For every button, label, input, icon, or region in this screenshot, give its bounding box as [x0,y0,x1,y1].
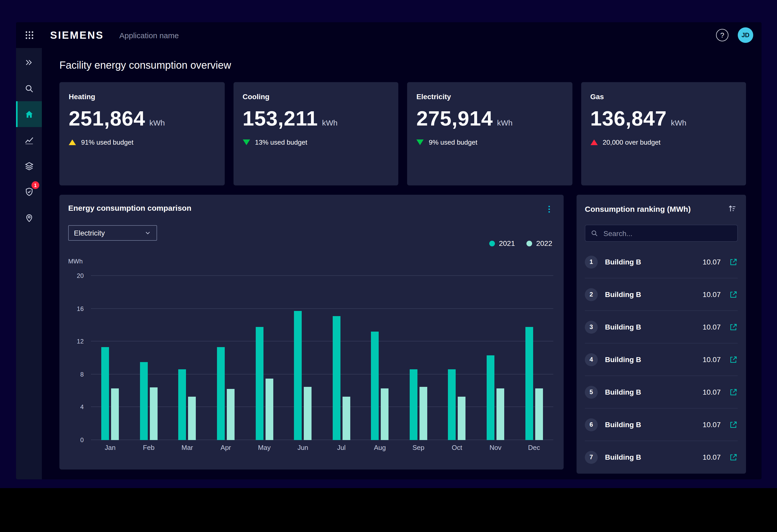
rank-badge: 2 [585,288,598,301]
main-content: Facility energy consumption overview Hea… [42,48,762,479]
rank-badge: 5 [585,386,598,398]
consumption-value: 10.07 [702,388,721,396]
app-launcher-button[interactable] [16,22,43,48]
ranking-row[interactable]: 6Building B10.07 [585,409,738,441]
ranking-row[interactable]: 2Building B10.07 [585,278,738,311]
home-icon [24,109,34,119]
chart-groups: JanFebMarAprMayJunJulAugSepOctNovDec [91,276,553,440]
screen: SIEMENS Application name ? JD [0,0,777,532]
legend-dot-icon [489,240,495,246]
bar-2022-Jun[interactable] [304,387,312,440]
double-chevron-right-icon [24,58,33,67]
kpi-card-gas: Gas 136,847kWh 20,000 over budget [581,82,746,185]
sidebar-item-layers[interactable] [16,153,42,179]
bar-2021-Dec[interactable] [525,327,533,440]
ranking-search-input[interactable] [602,229,732,238]
kpi-note: 91% used budget [81,138,133,146]
topbar-actions: ? JD [716,27,753,43]
bar-2022-Nov[interactable] [496,388,504,440]
bar-2021-Aug[interactable] [371,331,379,440]
consumption-value: 10.07 [702,258,721,266]
sort-button[interactable] [727,203,738,214]
ranking-row[interactable]: 1Building B10.07 [585,246,738,278]
x-tick-label: Jan [91,444,129,451]
ranking-card: Consumption ranking (MWh) 1Building B10.… [576,195,746,474]
bar-2022-May[interactable] [265,379,273,440]
bar-2022-Dec[interactable] [535,388,543,440]
metric-select[interactable]: Electricity [68,225,157,241]
consumption-value: 10.07 [702,355,721,364]
legend-item-2022[interactable]: 2022 [527,239,552,247]
kpi-value: 136,847 [590,107,667,130]
kpi-unit: kWh [322,118,338,127]
ranking-row[interactable]: 7Building B10.07 [585,441,738,473]
building-name: Building B [605,290,641,298]
user-avatar[interactable]: JD [738,27,753,43]
y-tick-label: 4 [80,404,84,411]
bar-2021-May[interactable] [255,327,263,440]
bar-2021-Mar[interactable] [179,370,186,440]
bar-2021-Feb[interactable] [140,362,148,440]
bar-2022-Sep[interactable] [420,387,427,440]
legend-item-2021[interactable]: 2021 [489,239,515,247]
bar-2021-Sep[interactable] [410,370,418,440]
x-tick-label: Apr [206,444,245,451]
bar-2022-Aug[interactable] [381,388,389,440]
ranking-title: Consumption ranking (MWh) [585,204,691,213]
bar-2022-Jan[interactable] [111,388,119,440]
open-building-link[interactable] [729,257,738,266]
open-building-link[interactable] [729,322,738,331]
x-tick-label: Aug [361,444,399,451]
bar-2022-Oct[interactable] [458,396,466,440]
open-building-link[interactable] [729,420,738,429]
chart-header: Energy consumption comparison [68,204,555,215]
kpi-label: Electricity [416,93,563,101]
open-building-link[interactable] [729,355,738,364]
bar-group-May: May [245,276,284,440]
sidebar-expand-button[interactable] [16,49,42,76]
y-tick-label: 12 [77,338,84,345]
map-pin-icon [24,213,34,222]
bar-2022-Mar[interactable] [188,396,196,440]
bar-2021-Jun[interactable] [294,311,302,440]
bar-group-Oct: Oct [438,276,476,440]
rank-badge: 4 [585,353,598,366]
kpi-note: 20,000 over budget [602,138,661,146]
line-chart-icon [24,135,34,145]
sidebar-item-locations[interactable] [16,205,42,230]
ranking-row[interactable]: 4Building B10.07 [585,344,738,376]
sidebar-item-search[interactable] [16,76,42,101]
notification-badge: 1 [31,181,39,189]
bar-2021-Apr[interactable] [217,347,225,440]
bar-2021-Nov[interactable] [487,355,494,440]
trend-triangle-icon [69,139,76,145]
bar-2022-Jul[interactable] [342,396,350,440]
bar-group-Sep: Sep [399,276,438,440]
ranking-row[interactable]: 3Building B10.07 [585,311,738,344]
bar-2021-Oct[interactable] [448,370,456,440]
sidebar-item-analytics[interactable] [16,127,42,153]
bar-2022-Apr[interactable] [227,389,235,440]
open-building-link[interactable] [729,290,738,299]
kpi-unit: kWh [497,118,513,127]
bar-2021-Jul[interactable] [333,316,340,440]
help-button[interactable]: ? [716,29,729,41]
x-tick-label: Jul [322,444,361,451]
sidebar-item-home[interactable] [16,101,42,127]
external-link-icon [729,355,738,364]
bar-2021-Jan[interactable] [102,347,109,440]
app-grid-icon [24,30,35,40]
open-building-link[interactable] [729,388,738,396]
external-link-icon [729,257,738,266]
bar-2022-Feb[interactable] [150,388,157,440]
window-body: 1 Facility energy consumption overview H… [16,48,762,479]
building-name: Building B [605,355,641,364]
ranking-row[interactable]: 5Building B10.07 [585,376,738,409]
search-icon [24,84,34,93]
app-window: SIEMENS Application name ? JD [16,22,762,479]
sidebar-item-compliance[interactable]: 1 [16,179,42,205]
building-name: Building B [605,258,641,266]
chart-options-button[interactable] [544,204,555,215]
y-tick-label: 16 [77,305,84,312]
open-building-link[interactable] [729,453,738,461]
